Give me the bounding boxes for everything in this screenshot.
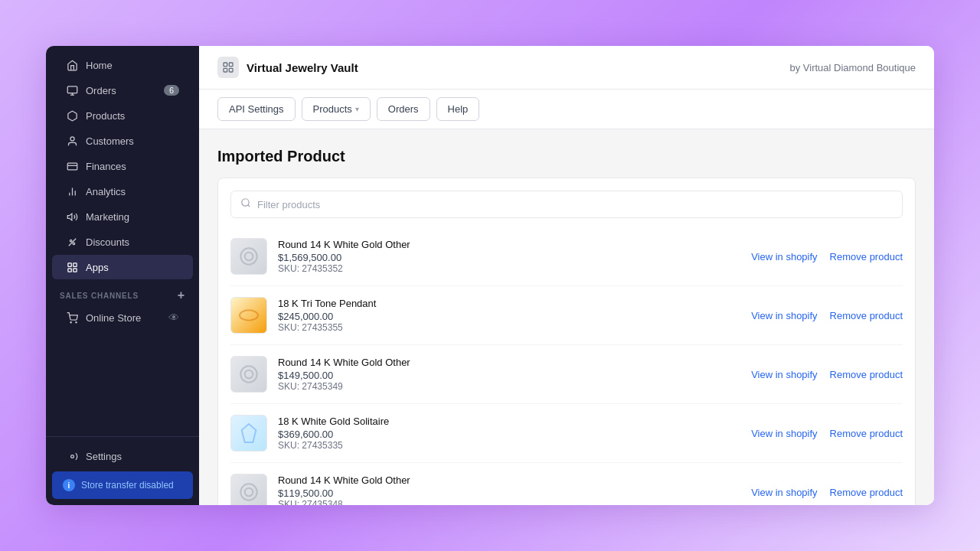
product-thumbnail — [230, 238, 267, 275]
product-actions: View in shopify Remove product — [751, 369, 903, 380]
view-in-shopify-link[interactable]: View in shopify — [751, 487, 817, 498]
store-transfer-label: Store transfer disabled — [81, 480, 174, 491]
product-actions: View in shopify Remove product — [751, 251, 903, 262]
svg-rect-15 — [67, 268, 70, 271]
svg-point-17 — [70, 321, 71, 322]
sidebar-item-customers[interactable]: Customers — [52, 129, 193, 153]
sidebar-item-online-store[interactable]: Online Store 👁 — [52, 305, 193, 330]
sidebar-item-apps-label: Apps — [86, 262, 109, 273]
sidebar-item-home-label: Home — [86, 60, 113, 71]
discounts-icon — [66, 236, 78, 248]
remove-product-link[interactable]: Remove product — [830, 310, 903, 321]
svg-point-19 — [70, 455, 74, 458]
info-icon: i — [63, 479, 75, 491]
product-name: Round 14 K White Gold Other — [278, 474, 740, 486]
settings-icon — [66, 450, 78, 462]
app-by: by Virtual Diamond Boutique — [789, 62, 916, 73]
product-thumbnail — [230, 356, 267, 393]
sidebar-item-customers-label: Customers — [86, 135, 134, 147]
product-row: Round 14 K White Gold Other $1,569,500.0… — [230, 227, 903, 286]
view-in-shopify-link[interactable]: View in shopify — [751, 251, 817, 262]
svg-point-26 — [240, 248, 256, 264]
remove-product-link[interactable]: Remove product — [830, 251, 903, 262]
svg-point-27 — [245, 253, 253, 261]
sidebar-item-discounts-label: Discounts — [86, 236, 129, 248]
sidebar-item-apps[interactable]: Apps — [52, 255, 193, 279]
products-icon — [66, 109, 78, 122]
sidebar-item-home[interactable]: Home — [52, 53, 193, 77]
view-in-shopify-link[interactable]: View in shopify — [751, 310, 817, 321]
product-sku: SKU: 27435349 — [278, 381, 740, 392]
product-actions: View in shopify Remove product — [751, 428, 903, 439]
product-list-card: Round 14 K White Gold Other $1,569,500.0… — [217, 178, 916, 505]
api-settings-button[interactable]: API Settings — [217, 97, 296, 121]
app-title: Virtual Jewelry Vault — [247, 61, 358, 74]
svg-rect-21 — [229, 63, 233, 67]
add-channel-icon[interactable]: + — [178, 289, 185, 302]
svg-point-10 — [70, 240, 72, 242]
svg-marker-31 — [242, 424, 256, 442]
product-row: 18 K White Gold Solitaire $369,600.00 SK… — [230, 404, 903, 463]
product-actions: View in shopify Remove product — [751, 310, 903, 321]
view-in-shopify-link[interactable]: View in shopify — [751, 369, 817, 380]
product-name: Round 14 K White Gold Other — [278, 357, 740, 368]
product-thumbnail — [230, 415, 267, 452]
svg-rect-0 — [67, 86, 77, 93]
help-button[interactable]: Help — [436, 97, 480, 121]
orders-icon — [66, 84, 78, 96]
orders-badge: 6 — [164, 85, 179, 96]
sidebar-item-settings[interactable]: Settings — [52, 444, 193, 468]
svg-point-3 — [70, 136, 74, 140]
search-input[interactable] — [257, 199, 893, 210]
sidebar-item-products[interactable]: Products — [52, 103, 193, 128]
product-price: $119,500.00 — [278, 487, 740, 499]
sidebar-item-finances-label: Finances — [86, 161, 126, 172]
svg-point-29 — [240, 366, 256, 382]
product-sku: SKU: 27435352 — [278, 263, 740, 274]
svg-point-32 — [240, 484, 256, 500]
online-store-icon — [66, 311, 78, 324]
products-button[interactable]: Products ▾ — [302, 97, 371, 121]
svg-marker-9 — [67, 214, 72, 220]
remove-product-link[interactable]: Remove product — [830, 369, 903, 380]
sidebar-item-analytics[interactable]: Analytics — [52, 179, 193, 204]
remove-product-link[interactable]: Remove product — [830, 487, 903, 498]
svg-rect-22 — [224, 68, 227, 72]
product-info: Round 14 K White Gold Other $1,569,500.0… — [278, 239, 740, 274]
view-in-shopify-link[interactable]: View in shopify — [751, 428, 817, 439]
product-name: Round 14 K White Gold Other — [278, 239, 740, 250]
product-price: $369,600.00 — [278, 429, 740, 440]
products-chevron-icon: ▾ — [355, 105, 359, 113]
svg-rect-23 — [229, 68, 233, 72]
product-price: $1,569,500.00 — [278, 252, 740, 263]
finances-icon — [66, 160, 78, 172]
orders-button[interactable]: Orders — [377, 97, 430, 121]
app-toolbar: API Settings Products ▾ Orders Help — [199, 90, 934, 129]
sidebar-item-orders[interactable]: Orders 6 — [52, 78, 193, 103]
sidebar-settings-label: Settings — [86, 451, 122, 462]
sidebar-item-finances[interactable]: Finances — [52, 154, 193, 178]
svg-line-25 — [248, 205, 250, 207]
product-name: 18 K White Gold Solitaire — [278, 416, 740, 427]
sales-channels-section: SALES CHANNELS + — [46, 280, 199, 305]
sidebar-item-marketing[interactable]: Marketing — [52, 204, 193, 229]
svg-point-24 — [242, 199, 249, 206]
remove-product-link[interactable]: Remove product — [830, 428, 903, 439]
apps-icon — [66, 261, 78, 273]
product-info: 18 K White Gold Solitaire $369,600.00 SK… — [278, 416, 740, 451]
app-header: Virtual Jewelry Vault by Virtual Diamond… — [199, 46, 934, 90]
product-name: 18 K Tri Tone Pendant — [278, 298, 740, 309]
marketing-icon — [66, 210, 78, 223]
product-info: Round 14 K White Gold Other $149,500.00 … — [278, 357, 740, 392]
search-icon — [240, 197, 251, 211]
online-store-eye-icon[interactable]: 👁 — [168, 311, 179, 324]
sidebar-item-orders-label: Orders — [86, 85, 116, 96]
product-sku: SKU: 27435348 — [278, 499, 740, 505]
product-thumbnail — [230, 474, 267, 505]
svg-rect-20 — [224, 63, 227, 67]
sidebar-item-marketing-label: Marketing — [86, 211, 129, 223]
sidebar-item-products-label: Products — [86, 110, 125, 122]
product-row: Round 14 K White Gold Other $119,500.00 … — [230, 463, 903, 505]
sidebar-item-discounts[interactable]: Discounts — [52, 230, 193, 254]
product-sku: SKU: 27435335 — [278, 440, 740, 451]
